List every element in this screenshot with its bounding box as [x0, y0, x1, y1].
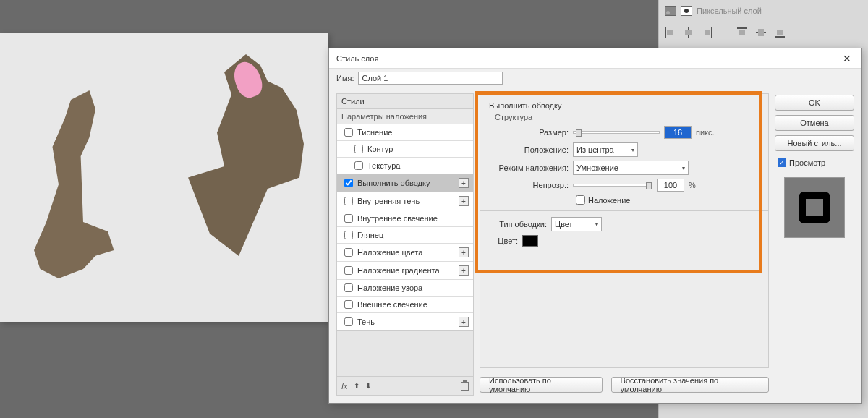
style-item-label: Внешнее свечение — [357, 300, 427, 309]
style-item-label: Внутренняя тень — [357, 197, 420, 205]
style-item-label: Контур — [367, 145, 393, 153]
fx-toolbar: fx ⬆ ⬇ — [336, 377, 474, 396]
style-item-label: Наложение градиента — [357, 266, 440, 275]
blend-mode-value: Умножение — [576, 163, 618, 172]
blend-options-item[interactable]: Параметры наложения — [336, 109, 474, 124]
style-checkbox[interactable] — [344, 128, 353, 137]
style-item-label: Выполнить обводку — [357, 179, 430, 187]
style-item-label: Тень — [357, 317, 375, 326]
style-checkbox[interactable] — [344, 266, 353, 275]
align-top-icon[interactable] — [737, 27, 747, 38]
add-effect-icon[interactable]: + — [459, 178, 469, 188]
style-checkbox[interactable] — [354, 161, 363, 170]
opacity-label: Непрозр.: — [489, 181, 569, 189]
move-down-icon[interactable]: ⬇ — [365, 382, 371, 390]
blend-mode-label: Режим наложения: — [489, 163, 569, 172]
style-item-label: Текстура — [367, 161, 400, 170]
style-checkbox[interactable] — [344, 214, 353, 223]
style-item-label: Внутреннее свечение — [357, 214, 438, 223]
dialog-title: Стиль слоя — [336, 54, 378, 63]
style-preview — [784, 177, 845, 238]
fx-icon[interactable]: fx — [341, 382, 348, 391]
style-item-8[interactable]: Наложение градиента+ — [337, 262, 473, 280]
style-item-1[interactable]: Контур — [337, 141, 473, 158]
new-style-button[interactable]: Новый стиль... — [775, 135, 854, 151]
layer-row[interactable]: Пиксельный слой — [665, 4, 862, 17]
structure-subtitle: Структура — [495, 113, 760, 121]
style-item-6[interactable]: Глянец — [337, 227, 473, 244]
fill-type-label: Тип обводки: — [489, 220, 547, 229]
overprint-checkbox[interactable] — [576, 195, 585, 205]
color-swatch[interactable] — [522, 235, 538, 247]
style-checkbox[interactable] — [344, 300, 353, 309]
canvas-content-cat — [22, 90, 145, 278]
position-label: Положение: — [489, 145, 569, 154]
add-effect-icon[interactable]: + — [459, 247, 469, 257]
chevron-down-icon: ▾ — [595, 221, 598, 228]
close-icon[interactable]: ✕ — [840, 53, 854, 64]
style-item-0[interactable]: Тиснение — [337, 124, 473, 141]
layer-mask-icon — [681, 6, 692, 16]
opacity-input[interactable] — [657, 179, 684, 192]
style-checkbox[interactable] — [354, 145, 363, 153]
styles-header[interactable]: Стили — [336, 93, 474, 109]
blend-mode-select[interactable]: Умножение ▾ — [573, 161, 689, 175]
align-left-icon[interactable] — [665, 27, 675, 38]
align-bottom-icon[interactable] — [775, 27, 785, 38]
style-checkbox[interactable] — [344, 248, 353, 257]
color-label: Цвет: — [489, 236, 518, 245]
size-unit: пикс. — [696, 128, 715, 137]
chevron-down-icon: ▾ — [682, 165, 685, 171]
align-center-v-icon[interactable] — [756, 27, 766, 38]
fill-type-value: Цвет — [555, 220, 573, 229]
trash-icon[interactable] — [461, 382, 469, 391]
fill-type-select[interactable]: Цвет ▾ — [551, 217, 602, 231]
style-checkbox[interactable] — [344, 179, 353, 187]
stroke-settings-panel: Выполнить обводку Структура Размер: пикс… — [480, 93, 769, 368]
style-item-5[interactable]: Внутреннее свечение — [337, 210, 473, 227]
style-item-4[interactable]: Внутренняя тень+ — [337, 192, 473, 210]
align-right-icon[interactable] — [702, 27, 712, 38]
style-item-label: Наложение цвета — [357, 248, 422, 257]
layer-name-input[interactable] — [358, 72, 503, 85]
preview-label: Просмотр — [789, 158, 825, 167]
layer-thumb-icon — [665, 6, 676, 16]
style-checkbox[interactable] — [344, 197, 353, 205]
ok-button[interactable]: OK — [775, 95, 854, 111]
name-label: Имя: — [336, 74, 354, 82]
make-default-button[interactable]: Использовать по умолчанию — [480, 377, 603, 393]
style-item-10[interactable]: Внешнее свечение — [337, 297, 473, 313]
dialog-titlebar[interactable]: Стиль слоя ✕ — [329, 48, 861, 69]
style-checkbox[interactable] — [344, 317, 353, 326]
reset-default-button[interactable]: Восстановить значения по умолчанию — [611, 377, 769, 393]
layer-name-label: Пиксельный слой — [697, 7, 762, 15]
style-item-2[interactable]: Текстура — [337, 158, 473, 174]
style-checkbox[interactable] — [344, 231, 353, 239]
styles-list: ТиснениеКонтурТекстураВыполнить обводку+… — [336, 124, 474, 331]
chevron-down-icon: ▾ — [631, 147, 634, 153]
overprint-label: Наложение — [588, 196, 630, 205]
style-item-3[interactable]: Выполнить обводку+ — [337, 174, 473, 192]
style-item-label: Глянец — [357, 231, 383, 239]
add-effect-icon[interactable]: + — [459, 196, 469, 206]
add-effect-icon[interactable]: + — [459, 265, 469, 276]
position-value: Из центра — [576, 145, 614, 154]
size-label: Размер: — [489, 128, 569, 137]
opacity-slider[interactable] — [573, 184, 652, 187]
add-effect-icon[interactable]: + — [459, 317, 469, 327]
opacity-unit: % — [689, 181, 696, 189]
size-input[interactable] — [664, 126, 692, 139]
preview-checkbox[interactable]: ✓ — [778, 158, 786, 167]
style-item-label: Тиснение — [357, 128, 392, 137]
position-select[interactable]: Из центра ▾ — [573, 142, 638, 157]
style-checkbox[interactable] — [344, 283, 353, 292]
style-item-7[interactable]: Наложение цвета+ — [337, 244, 473, 262]
align-center-h-icon[interactable] — [684, 27, 694, 38]
style-item-label: Наложение узора — [357, 283, 422, 292]
cancel-button[interactable]: Отмена — [775, 115, 854, 131]
move-up-icon[interactable]: ⬆ — [354, 382, 359, 390]
style-item-11[interactable]: Тень+ — [337, 313, 473, 330]
size-slider[interactable] — [573, 131, 660, 134]
align-toolbar — [665, 17, 862, 45]
style-item-9[interactable]: Наложение узора — [337, 280, 473, 297]
